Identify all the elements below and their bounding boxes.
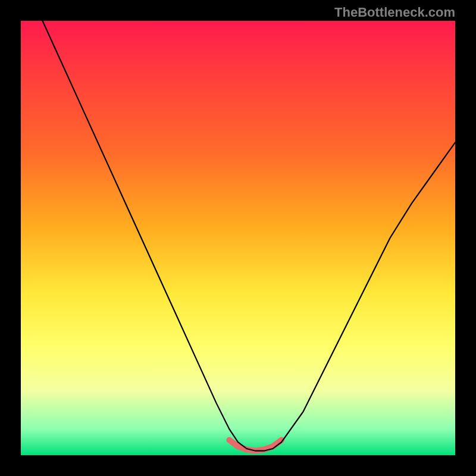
main-curve [43,21,456,451]
plot-area [21,21,455,455]
chart-frame: TheBottleneck.com [0,0,476,476]
curve-svg [21,21,455,455]
watermark-text: TheBottleneck.com [334,5,455,20]
